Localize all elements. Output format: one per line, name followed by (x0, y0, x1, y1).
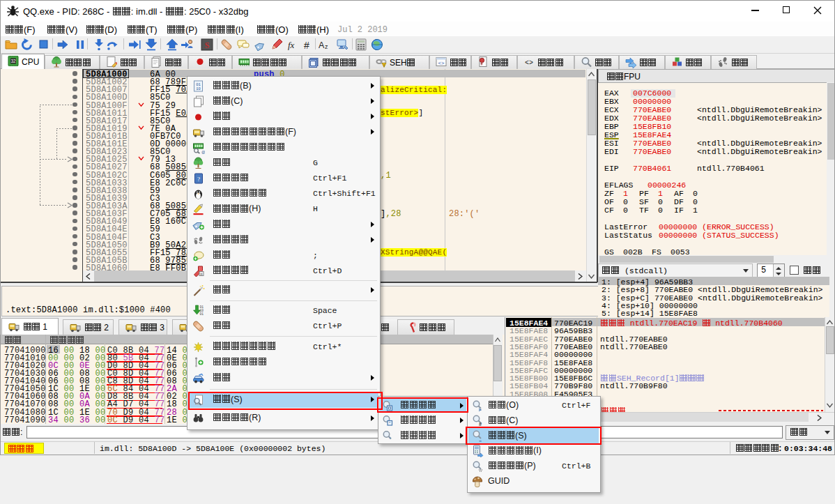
svg-text:@: @ (201, 150, 205, 154)
svg-text:z: z (325, 43, 328, 50)
svg-text:32: 32 (10, 59, 16, 63)
svg-text:A: A (319, 40, 325, 50)
svg-text:?: ? (197, 176, 200, 183)
svg-text:<>: <> (525, 59, 533, 67)
svg-text:!: ! (383, 63, 384, 68)
svg-text:01: 01 (200, 312, 204, 316)
svg-text:*: * (389, 436, 391, 441)
svg-text:n: n (201, 271, 203, 275)
svg-text:S: S (205, 40, 210, 50)
svg-text:fx: fx (288, 40, 295, 50)
svg-text:10: 10 (196, 86, 201, 91)
svg-text:<>: <> (438, 61, 445, 66)
svg-text:#: # (304, 40, 309, 51)
